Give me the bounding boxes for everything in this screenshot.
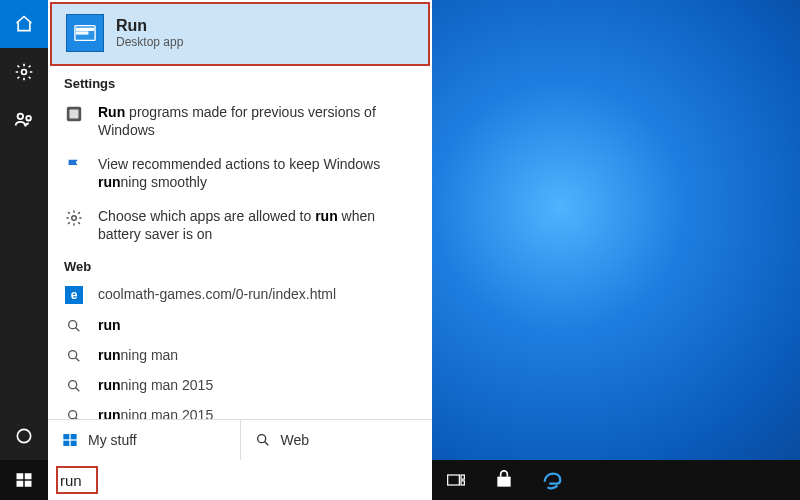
web-result[interactable]: running man 2015 bbox=[48, 370, 432, 400]
result-text: running man 2015 bbox=[98, 376, 416, 394]
filter-web[interactable]: Web bbox=[240, 420, 433, 460]
taskbar-app-store[interactable] bbox=[480, 460, 528, 500]
filter-my-stuff[interactable]: My stuff bbox=[48, 420, 240, 460]
svg-rect-6 bbox=[77, 32, 88, 34]
result-text: View recommended actions to keep Windows… bbox=[98, 155, 416, 191]
gear-icon bbox=[14, 62, 34, 82]
search-icon bbox=[64, 318, 84, 334]
sidebar-home-button[interactable] bbox=[0, 0, 48, 48]
section-header-settings: Settings bbox=[48, 68, 432, 95]
search-results-panel: Run Desktop app Settings Run programs ma… bbox=[48, 0, 432, 460]
task-view-button[interactable] bbox=[432, 460, 480, 500]
windows-icon bbox=[15, 471, 33, 489]
cortana-icon bbox=[14, 426, 34, 446]
svg-point-2 bbox=[26, 116, 31, 121]
svg-point-1 bbox=[18, 114, 23, 120]
filter-label: My stuff bbox=[88, 432, 137, 448]
taskbar bbox=[0, 460, 800, 500]
web-result[interactable]: running man 2015 bbox=[48, 400, 432, 419]
svg-rect-18 bbox=[71, 441, 77, 446]
svg-point-3 bbox=[17, 429, 30, 442]
web-result[interactable]: running man bbox=[48, 340, 432, 370]
svg-rect-26 bbox=[461, 481, 464, 485]
filter-label: Web bbox=[281, 432, 310, 448]
web-result[interactable]: e coolmath-games.com/0-run/index.html bbox=[48, 278, 432, 310]
edge-icon: e bbox=[64, 286, 84, 304]
start-button[interactable] bbox=[0, 460, 48, 500]
search-icon bbox=[255, 432, 271, 448]
cortana-sidebar bbox=[0, 0, 48, 460]
search-icon bbox=[64, 348, 84, 364]
windows-icon bbox=[62, 432, 78, 448]
home-icon bbox=[14, 14, 34, 34]
svg-point-12 bbox=[69, 381, 77, 389]
best-match-text: Run Desktop app bbox=[116, 17, 183, 49]
sidebar-feedback-button[interactable] bbox=[0, 96, 48, 144]
search-icon bbox=[64, 408, 84, 419]
svg-rect-16 bbox=[71, 434, 77, 439]
result-text: coolmath-games.com/0-run/index.html bbox=[98, 285, 416, 303]
svg-rect-23 bbox=[25, 481, 32, 487]
result-text: Run programs made for previous versions … bbox=[98, 103, 416, 139]
sidebar-cortana-button[interactable] bbox=[0, 412, 48, 460]
store-icon bbox=[494, 470, 514, 490]
section-header-web: Web bbox=[48, 251, 432, 278]
taskbar-app-edge[interactable] bbox=[528, 460, 576, 500]
best-match-subtitle: Desktop app bbox=[116, 35, 183, 49]
flag-icon bbox=[64, 157, 84, 175]
taskbar-search-box[interactable] bbox=[48, 460, 432, 500]
search-input[interactable] bbox=[58, 471, 422, 490]
svg-rect-20 bbox=[17, 473, 24, 479]
svg-rect-17 bbox=[63, 441, 69, 446]
settings-result[interactable]: Run programs made for previous versions … bbox=[48, 95, 432, 147]
best-match-result[interactable]: Run Desktop app bbox=[50, 2, 430, 66]
search-icon bbox=[64, 378, 84, 394]
svg-rect-22 bbox=[17, 481, 24, 487]
web-result[interactable]: run bbox=[48, 310, 432, 340]
svg-point-13 bbox=[69, 411, 77, 419]
svg-rect-8 bbox=[70, 110, 79, 119]
svg-point-0 bbox=[22, 70, 27, 75]
result-text: run bbox=[98, 316, 416, 334]
result-text: running man 2015 bbox=[98, 406, 416, 419]
svg-rect-5 bbox=[77, 28, 94, 30]
search-filters: My stuff Web bbox=[48, 419, 432, 460]
task-view-icon bbox=[446, 472, 466, 488]
svg-rect-15 bbox=[63, 434, 69, 439]
edge-icon bbox=[541, 469, 563, 491]
svg-point-19 bbox=[257, 435, 265, 443]
svg-rect-21 bbox=[25, 473, 32, 479]
result-text: running man bbox=[98, 346, 416, 364]
svg-rect-25 bbox=[461, 475, 464, 479]
best-match-title: Run bbox=[116, 17, 183, 35]
settings-result[interactable]: Choose which apps are allowed to run whe… bbox=[48, 199, 432, 251]
svg-point-10 bbox=[69, 321, 77, 329]
svg-rect-24 bbox=[448, 475, 460, 485]
result-text: Choose which apps are allowed to run whe… bbox=[98, 207, 416, 243]
feedback-icon bbox=[13, 109, 35, 131]
program-compat-icon bbox=[64, 105, 84, 123]
settings-result[interactable]: View recommended actions to keep Windows… bbox=[48, 147, 432, 199]
sidebar-settings-button[interactable] bbox=[0, 48, 48, 96]
svg-point-9 bbox=[72, 216, 77, 221]
svg-point-11 bbox=[69, 351, 77, 359]
gear-icon bbox=[64, 209, 84, 227]
run-app-icon bbox=[66, 14, 104, 52]
